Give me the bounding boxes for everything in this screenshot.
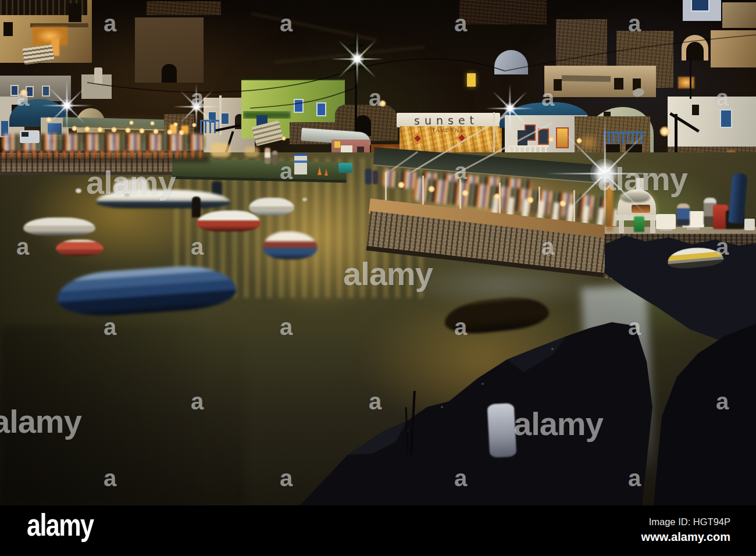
watermark-tile: a (280, 158, 293, 184)
watermark-tile: a (541, 234, 554, 260)
watermark-tile: a (369, 389, 381, 415)
watermark-tile: a (369, 85, 381, 111)
watermark-tile: a (541, 85, 554, 111)
watermark-tile: a (716, 85, 729, 111)
watermark-tile: a (628, 10, 641, 37)
watermark-layer: aaaaaaaaaaaaaaaaaaaaaaaaaaalamyalamyalam… (0, 0, 756, 505)
image-id-text: Image ID: HGT94P (649, 516, 730, 528)
harbour-night-photo: sunset TAVERNA (0, 0, 756, 505)
watermark-tile: a (716, 234, 729, 260)
watermark-tile: a (454, 465, 467, 491)
watermark-brand: alamy (0, 402, 81, 440)
watermark-tile: a (454, 158, 467, 184)
stock-photo-page: sunset TAVERNA (0, 0, 756, 556)
watermark-brand: alamy (86, 163, 176, 201)
watermark-tile: a (16, 85, 29, 111)
watermark-tile: a (280, 314, 293, 340)
alamy-footer-bar: alamy Image ID: HGT94P www.alamy.com (0, 505, 756, 556)
alamy-logo: alamy (27, 509, 94, 540)
watermark-tile: a (716, 389, 729, 415)
watermark-tile: a (280, 465, 293, 491)
watermark-tile: a (628, 465, 641, 491)
watermark-tile: a (104, 314, 116, 340)
watermark-tile: a (16, 234, 29, 260)
watermark-tile: a (454, 10, 467, 37)
watermark-brand: alamy (343, 255, 433, 293)
watermark-tile: a (104, 465, 116, 491)
watermark-tile: a (191, 234, 204, 260)
watermark-tile: a (191, 85, 204, 111)
watermark-tile: a (191, 389, 204, 415)
watermark-tile: a (454, 314, 467, 340)
watermark-brand: alamy (513, 405, 603, 443)
watermark-tile: a (280, 10, 293, 37)
alamy-url: www.alamy.com (641, 530, 730, 544)
watermark-tile: a (628, 314, 641, 340)
watermark-tile: a (104, 10, 116, 37)
watermark-brand: alamy (598, 160, 687, 198)
